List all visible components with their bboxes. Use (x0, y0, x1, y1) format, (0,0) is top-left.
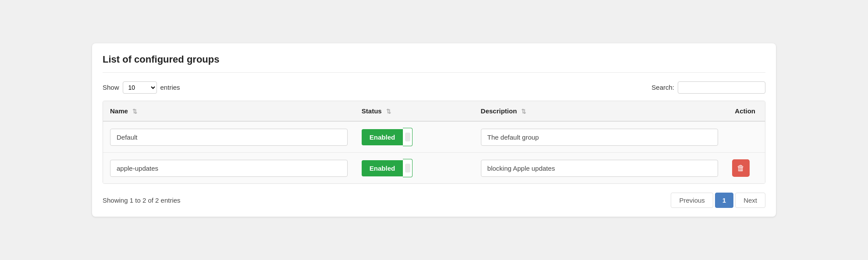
row-0-status-cell: Enabled (355, 121, 474, 153)
previous-button[interactable]: Previous (671, 193, 713, 208)
pagination-controls: Previous 1 Next (671, 193, 765, 208)
row-1-name-cell: apple-updates (103, 153, 355, 184)
row-1-description: blocking Apple updates (481, 160, 719, 177)
col-status[interactable]: Status ⇅ (355, 101, 474, 122)
col-description-label: Description (481, 107, 517, 115)
col-name-label: Name (110, 107, 128, 115)
search-label: Search: (651, 84, 674, 91)
groups-table: Name ⇅ Status ⇅ Description ⇅ Action (103, 101, 765, 184)
search-area: Search: (651, 81, 765, 94)
entries-select[interactable]: 10 25 50 100 (123, 81, 157, 94)
show-label: Show (103, 84, 119, 91)
row-1-action-cell: 🗑 (725, 153, 765, 184)
table-header-row: Name ⇅ Status ⇅ Description ⇅ Action (103, 101, 765, 122)
sort-status-icon: ⇅ (386, 108, 391, 115)
row-0-name-cell: Default (103, 121, 355, 153)
search-input[interactable] (678, 81, 765, 94)
show-entries-control: Show 10 25 50 100 entries (103, 81, 180, 94)
col-action: Action (725, 101, 765, 122)
table-footer: Showing 1 to 2 of 2 entries Previous 1 N… (103, 193, 765, 208)
configured-groups-card: List of configured groups Show 10 25 50 … (92, 43, 776, 217)
page-title: List of configured groups (103, 54, 765, 73)
row-0-toggle-knob[interactable] (403, 128, 413, 146)
table-controls: Show 10 25 50 100 entries Search: (103, 81, 765, 94)
sort-desc-icon: ⇅ (521, 108, 526, 115)
col-action-label: Action (735, 107, 755, 115)
col-name[interactable]: Name ⇅ (103, 101, 355, 122)
table-row: DefaultEnabledThe default group (103, 121, 765, 153)
row-0-enabled-badge[interactable]: Enabled (362, 129, 403, 145)
row-1-enabled-badge[interactable]: Enabled (362, 160, 403, 176)
row-1-desc-cell: blocking Apple updates (474, 153, 726, 184)
groups-table-wrapper: Name ⇅ Status ⇅ Description ⇅ Action (103, 101, 765, 184)
row-1-status-cell: Enabled (355, 153, 474, 184)
row-1-toggle-knob[interactable] (403, 159, 413, 177)
sort-name-icon: ⇅ (132, 108, 137, 115)
table-row: apple-updatesEnabledblocking Apple updat… (103, 153, 765, 184)
page-1-button[interactable]: 1 (715, 193, 733, 208)
row-0-desc-cell: The default group (474, 121, 726, 153)
entries-label: entries (160, 84, 180, 91)
row-1-toggle-knob-inner (405, 164, 410, 172)
row-1-name: apple-updates (110, 160, 348, 177)
entries-info: Showing 1 to 2 of 2 entries (103, 197, 181, 204)
col-description[interactable]: Description ⇅ (474, 101, 726, 122)
row-0-action-cell (725, 121, 765, 153)
row-1-delete-button[interactable]: 🗑 (732, 159, 750, 177)
row-0-description: The default group (481, 129, 719, 146)
next-button[interactable]: Next (735, 193, 765, 208)
row-0-name: Default (110, 129, 348, 146)
col-status-label: Status (362, 107, 382, 115)
row-0-toggle-knob-inner (405, 133, 410, 141)
